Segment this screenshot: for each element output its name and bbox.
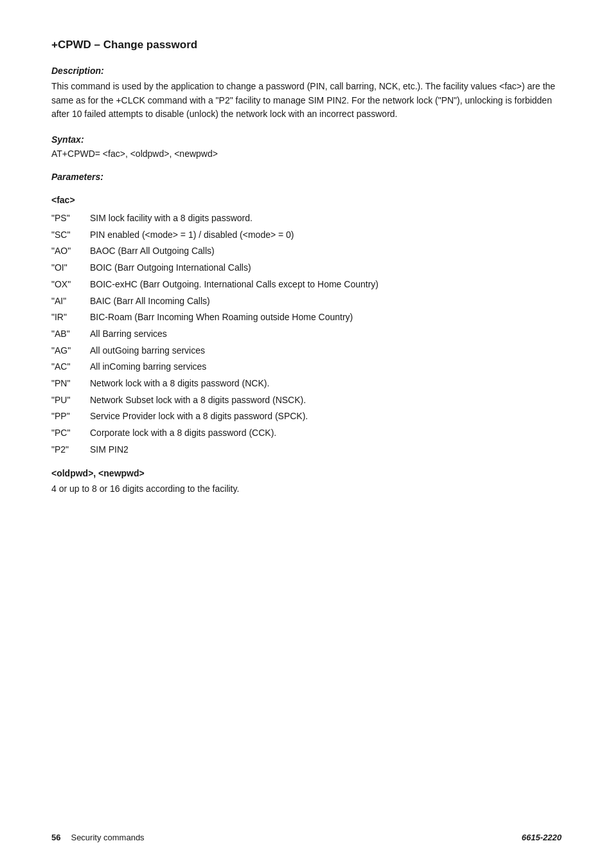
description-label: Description: [51,66,562,76]
fac-desc: SIM lock facility with a 8 digits passwo… [90,210,562,227]
fac-code: "AG" [51,343,90,359]
table-row: "IR"BIC-Roam (Barr Incoming When Roaming… [51,309,562,326]
fac-header: <fac> [51,195,562,205]
syntax-text: AT+CPWD= <fac>, <oldpwd>, <newpwd> [51,149,562,159]
fac-desc: Corporate lock with a 8 digits password … [90,425,562,442]
fac-desc: BOIC (Barr Outgoing International Calls) [90,260,562,276]
fac-code: "AC" [51,359,90,375]
table-row: "AG"All outGoing barring services [51,343,562,359]
footer-left: 56 Security commands [51,833,145,842]
table-row: "OI"BOIC (Barr Outgoing International Ca… [51,260,562,276]
table-row: "AB"All Barring services [51,326,562,343]
fac-desc: Service Provider lock with a 8 digits pa… [90,408,562,425]
fac-desc: BIC-Roam (Barr Incoming When Roaming out… [90,309,562,326]
footer-page-num: 56 [51,833,60,842]
fac-code: "P2" [51,442,90,458]
fac-desc: SIM PIN2 [90,442,562,458]
page: +CPWD – Change password Description: Thi… [0,0,613,868]
fac-desc: BAIC (Barr All Incoming Calls) [90,293,562,310]
fac-desc: All outGoing barring services [90,343,562,359]
footer-doc-id: 6615-2220 [522,833,562,842]
table-row: "PU"Network Subset lock with a 8 digits … [51,392,562,409]
table-row: "PP"Service Provider lock with a 8 digit… [51,408,562,425]
fac-code: "PC" [51,425,90,442]
parameters-label: Parameters: [51,172,562,182]
fac-code: "AI" [51,293,90,310]
fac-code: "AB" [51,326,90,343]
fac-code: "AO" [51,243,90,260]
footer-section: Security commands [71,833,144,842]
table-row: "PS"SIM lock facility with a 8 digits pa… [51,210,562,227]
description-text: This command is used by the application … [51,80,562,122]
fac-desc: PIN enabled (<mode> = 1) / disabled (<mo… [90,227,562,244]
page-title: +CPWD – Change password [51,39,562,51]
fac-table: "PS"SIM lock facility with a 8 digits pa… [51,210,562,458]
fac-code: "IR" [51,309,90,326]
oldnew-header: <oldpwd>, <newpwd> [51,468,562,478]
fac-desc: All Barring services [90,326,562,343]
oldnew-text: 4 or up to 8 or 16 digits according to t… [51,482,562,496]
syntax-label: Syntax: [51,134,562,145]
table-row: "AC"All inComing barring services [51,359,562,375]
fac-code: "PS" [51,210,90,227]
fac-code: "PN" [51,375,90,392]
fac-desc: Network lock with a 8 digits password (N… [90,375,562,392]
table-row: "AO"BAOC (Barr All Outgoing Calls) [51,243,562,260]
table-row: "SC"PIN enabled (<mode> = 1) / disabled … [51,227,562,244]
fac-code: "PP" [51,408,90,425]
fac-desc: Network Subset lock with a 8 digits pass… [90,392,562,409]
footer: 56 Security commands 6615-2220 [51,833,562,842]
fac-desc: BOIC-exHC (Barr Outgoing. International … [90,276,562,293]
table-row: "PC"Corporate lock with a 8 digits passw… [51,425,562,442]
fac-code: "OX" [51,276,90,293]
fac-code: "OI" [51,260,90,276]
fac-desc: BAOC (Barr All Outgoing Calls) [90,243,562,260]
fac-code: "PU" [51,392,90,409]
table-row: "PN"Network lock with a 8 digits passwor… [51,375,562,392]
table-row: "OX"BOIC-exHC (Barr Outgoing. Internatio… [51,276,562,293]
table-row: "AI"BAIC (Barr All Incoming Calls) [51,293,562,310]
table-row: "P2"SIM PIN2 [51,442,562,458]
fac-desc: All inComing barring services [90,359,562,375]
fac-code: "SC" [51,227,90,244]
